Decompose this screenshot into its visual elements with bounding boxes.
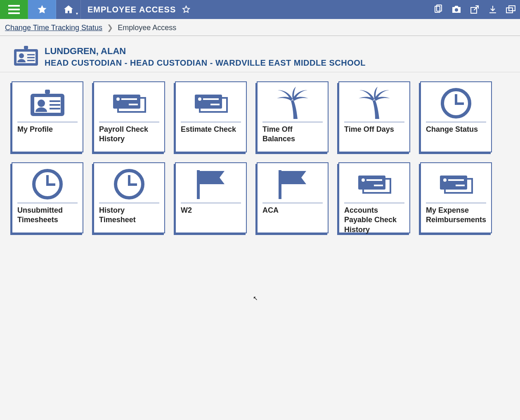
tile-change-status[interactable]: Change Status xyxy=(420,81,492,152)
cursor-icon: ↖︎ xyxy=(253,295,258,301)
breadcrumb-separator-icon: ❯ xyxy=(107,24,113,32)
svg-rect-13 xyxy=(27,60,35,61)
check-icon xyxy=(181,86,241,120)
check-icon xyxy=(344,167,404,201)
svg-rect-40 xyxy=(366,179,382,181)
clock-icon xyxy=(17,167,78,201)
svg-point-10 xyxy=(19,53,24,58)
svg-point-24 xyxy=(198,97,201,101)
windows-button[interactable] xyxy=(502,0,520,19)
camera-icon xyxy=(451,5,462,14)
badge-icon xyxy=(17,86,78,120)
tile-unsubmitted-timesheets[interactable]: Unsubmitted Timesheets xyxy=(12,162,83,233)
tile-aca[interactable]: ACA xyxy=(257,162,329,233)
tile-divider xyxy=(344,122,404,122)
svg-rect-45 xyxy=(456,185,465,186)
check-icon xyxy=(99,86,159,120)
svg-rect-18 xyxy=(50,108,60,109)
svg-rect-26 xyxy=(210,104,220,105)
tile-my-profile[interactable]: My Profile xyxy=(12,81,83,152)
download-button[interactable] xyxy=(484,0,502,19)
breadcrumb: Change Time Tracking Status ❯ Employee A… xyxy=(0,19,520,36)
id-badge-icon xyxy=(13,46,39,66)
svg-rect-23 xyxy=(195,95,222,109)
windows-icon xyxy=(506,5,516,14)
tile-estimate-check[interactable]: Estimate Check xyxy=(175,81,247,152)
tile-divider xyxy=(17,203,78,203)
tile-divider xyxy=(344,203,404,203)
svg-rect-41 xyxy=(374,185,383,186)
tile-divider xyxy=(262,203,323,203)
tile-divider xyxy=(181,203,241,203)
tile-divider xyxy=(99,122,159,122)
home-icon xyxy=(63,5,74,14)
favorites-button[interactable] xyxy=(28,0,56,19)
svg-rect-14 xyxy=(45,90,50,94)
menu-button[interactable] xyxy=(0,0,28,19)
tile-label: Change Status xyxy=(426,125,486,134)
tile-payroll-check-history[interactable]: Payroll Check History xyxy=(93,81,165,152)
palm-icon xyxy=(262,86,323,120)
flag-icon xyxy=(181,167,241,201)
hamburger-icon xyxy=(8,5,20,14)
favorite-toggle[interactable] xyxy=(182,5,191,14)
copy-button[interactable] xyxy=(429,0,447,19)
clock-icon xyxy=(99,167,159,201)
download-icon xyxy=(488,5,497,14)
svg-rect-42 xyxy=(440,176,467,190)
tile-label: Estimate Check xyxy=(181,125,241,134)
breadcrumb-current: Employee Access xyxy=(118,24,176,32)
tile-label: Unsubmitted Timesheets xyxy=(17,206,78,225)
tile-label: My Profile xyxy=(17,125,78,134)
svg-point-39 xyxy=(362,178,365,182)
svg-rect-16 xyxy=(50,100,60,102)
tile-my-expense-reimbursements[interactable]: My Expense Reimbursements xyxy=(420,162,492,233)
user-role: HEAD CUSTODIAN - HEAD CUSTODIAN - WARDVI… xyxy=(45,58,366,68)
tile-w2[interactable]: W2 xyxy=(175,162,247,233)
popout-button[interactable] xyxy=(466,0,484,19)
svg-rect-21 xyxy=(121,98,137,100)
tile-history-timesheet[interactable]: History Timesheet xyxy=(93,162,165,233)
tile-divider xyxy=(99,203,159,203)
svg-rect-38 xyxy=(358,176,385,190)
svg-rect-35 xyxy=(128,183,137,186)
svg-rect-17 xyxy=(50,104,60,106)
tile-time-off-days[interactable]: Time Off Days xyxy=(338,81,410,152)
svg-rect-32 xyxy=(46,183,55,186)
tile-label: Time Off Days xyxy=(344,125,404,134)
check-icon xyxy=(426,167,486,201)
home-button[interactable]: ▾ xyxy=(56,0,81,19)
svg-rect-1 xyxy=(8,9,20,10)
chevron-down-icon: ▾ xyxy=(76,11,78,16)
tile-label: Time Off Balances xyxy=(262,125,323,144)
svg-rect-9 xyxy=(24,46,28,49)
svg-rect-25 xyxy=(203,98,219,100)
star-fill-icon xyxy=(37,4,47,15)
star-outline-icon xyxy=(182,5,191,14)
svg-rect-37 xyxy=(279,170,281,199)
svg-point-43 xyxy=(443,178,447,182)
svg-point-5 xyxy=(455,8,458,12)
breadcrumb-link[interactable]: Change Time Tracking Status xyxy=(5,24,102,32)
tile-accounts-payable-check-history[interactable]: Accounts Payable Check History xyxy=(338,162,410,233)
user-name: LUNDGREN, ALAN xyxy=(45,46,366,57)
page-title: EMPLOYEE ACCESS xyxy=(81,0,197,19)
svg-rect-22 xyxy=(129,104,138,105)
tile-label: My Expense Reimbursements xyxy=(426,206,486,225)
svg-rect-29 xyxy=(455,102,464,105)
tile-time-off-balances[interactable]: Time Off Balances xyxy=(257,81,329,152)
svg-rect-19 xyxy=(113,95,140,109)
topbar: ▾ EMPLOYEE ACCESS xyxy=(0,0,520,19)
tile-divider xyxy=(17,122,78,122)
svg-rect-36 xyxy=(197,170,200,199)
page-title-text: EMPLOYEE ACCESS xyxy=(87,5,176,14)
tile-divider xyxy=(426,122,486,122)
svg-point-20 xyxy=(116,97,120,101)
svg-rect-0 xyxy=(8,5,20,7)
svg-rect-44 xyxy=(448,179,464,181)
svg-rect-2 xyxy=(8,12,20,14)
tile-label: W2 xyxy=(181,206,241,215)
tile-divider xyxy=(426,203,486,203)
screenshot-button[interactable] xyxy=(447,0,466,19)
tile-label: Payroll Check History xyxy=(99,125,159,144)
